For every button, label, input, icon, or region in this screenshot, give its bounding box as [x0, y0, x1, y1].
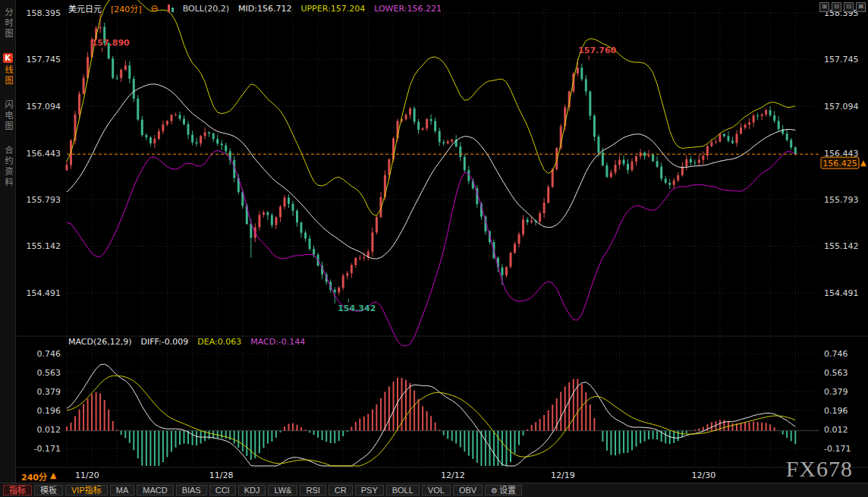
price-axis-label: 156.443: [27, 149, 61, 159]
boll-label: BOLL(20,2): [183, 4, 229, 14]
x-axis-label: 11/28: [209, 470, 234, 480]
macd-hist-value: MACD:-0.144: [250, 337, 305, 347]
grid-lines: [15, 9, 868, 467]
kline-badge: K: [3, 53, 13, 63]
sidebar-item-lightning-chart[interactable]: 闪电图: [2, 100, 14, 132]
chart-header: 美元日元 [240分] ⊖ BOLL(20,2) MID:156.712 UPP…: [68, 2, 442, 14]
boll-mid-line: [67, 84, 795, 259]
macd-title: MACD(26,12,9): [68, 337, 132, 347]
toolbar-button-templates[interactable]: 模板: [34, 485, 63, 495]
toolbar-button-psy[interactable]: PSY: [355, 485, 384, 495]
chart-canvas[interactable]: 158.395158.395157.745157.745157.094157.0…: [0, 0, 868, 497]
macd-axis-label: 0.196: [824, 406, 848, 416]
collapse-icon[interactable]: ⊖: [151, 3, 159, 14]
symbol-name: 美元日元: [68, 2, 102, 14]
toolbar-button-lwr[interactable]: LW&: [268, 485, 297, 495]
toolbar-button-cci[interactable]: CCI: [209, 485, 236, 495]
macd-histogram: [67, 378, 795, 466]
macd-axis-label: 0.563: [37, 368, 61, 378]
price-axis-label: 155.793: [27, 195, 61, 205]
toolbar-button-vol[interactable]: VOL: [422, 485, 451, 495]
price-axis-label: 157.745: [27, 55, 61, 64]
window-layout-icon-1[interactable]: ⊞: [819, 2, 829, 12]
macd-axis-label: 0.563: [824, 368, 848, 378]
price-axis-label: 157.094: [27, 102, 61, 112]
toolbar-button-settings[interactable]: ⚙设置: [485, 485, 522, 495]
sidebar-item-label: 分时图: [2, 8, 14, 39]
last-price-tag: 156.425: [821, 157, 866, 168]
toolbar-button-vip-indicators[interactable]: VIP指标: [65, 485, 108, 495]
gear-icon: ⚙: [491, 486, 498, 495]
price-annotation: 157.760: [578, 46, 616, 55]
axis-labels: 158.395158.395157.745157.745157.094157.0…: [27, 8, 859, 454]
window-layout-icons: ⊞⊟⊡⊠: [819, 2, 866, 12]
sidebar-item-label: 合约资料: [2, 146, 14, 188]
window-layout-icon-4[interactable]: ⊠: [856, 2, 866, 12]
toolbar-button-macd[interactable]: MACD: [137, 485, 173, 495]
sidebar-item-contract-info[interactable]: 合约资料: [2, 146, 14, 188]
period-up-arrow-icon: ▲: [50, 470, 56, 483]
toolbar-button-bias[interactable]: BIAS: [176, 485, 207, 495]
candlesticks[interactable]: [66, 14, 797, 304]
price-axis-label: 154.491: [27, 288, 61, 298]
macd-axis-label: 0.379: [824, 387, 848, 397]
bottom-period[interactable]: 240分 ▲: [21, 470, 56, 483]
period-label[interactable]: [240分]: [111, 2, 142, 14]
boll-lower-line: [67, 150, 795, 346]
window-layout-icon-2[interactable]: ⊟: [832, 2, 841, 12]
sidebar-item-kline-chart[interactable]: K线图: [2, 53, 14, 87]
macd-header: MACD(26,12,9) DIFF:-0.009 DEA:0.063 MACD…: [68, 337, 305, 347]
price-axis-label: 155.142: [824, 241, 859, 251]
bottom-period-label: 240分: [21, 470, 47, 483]
toolbar-button-indicators[interactable]: 指标: [3, 485, 32, 495]
macd-axis-label: -0.171: [34, 444, 61, 454]
x-axis-label: 12/19: [551, 470, 575, 480]
macd-axis-label: 0.746: [824, 349, 848, 359]
macd-axis-label: -0.171: [824, 444, 851, 454]
price-axis-label: 155.142: [27, 241, 61, 251]
price-axis-label: 157.745: [824, 55, 859, 64]
price-axis-label: 157.094: [824, 102, 859, 112]
toolbar-button-rsi[interactable]: RSI: [300, 485, 326, 495]
price-axis-label: 155.793: [824, 195, 859, 205]
macd-axis-label: 0.379: [37, 387, 61, 397]
window-layout-icon-3[interactable]: ⊡: [844, 2, 854, 12]
toolbar-button-obv[interactable]: OBV: [453, 485, 483, 495]
toolbar-button-boll[interactable]: BOLL: [386, 485, 420, 495]
boll-lower-value: LOWER:156.221: [374, 4, 442, 14]
x-axis-label: 11/20: [75, 470, 99, 480]
toolbar-button-cr[interactable]: CR: [329, 485, 353, 495]
svg-text:156.425: 156.425: [822, 159, 857, 168]
sidebar-item-time-chart[interactable]: 分时图: [2, 8, 14, 39]
price-axis-label: 158.395: [27, 8, 61, 18]
boll-icon: [168, 5, 174, 12]
sidebar-item-label: 线图: [2, 65, 14, 87]
boll-upper-value: UPPER:157.204: [300, 4, 365, 14]
price-axis-label: 154.491: [824, 288, 859, 298]
toolbar-button-kdj[interactable]: KDJ: [238, 485, 266, 495]
x-axis-label: 12/30: [691, 470, 715, 480]
price-axis-label: 156.443: [824, 149, 859, 159]
bottom-toolbar: 指标模板VIP指标MAMACDBIASCCIKDJLW&RSICRPSYBOLL…: [0, 483, 868, 497]
boll-mid-value: MID:156.712: [238, 4, 291, 14]
price-annotation: 154.342: [338, 304, 376, 313]
toolbar-button-ma[interactable]: MA: [110, 485, 135, 495]
sidebar-item-label: 闪电图: [2, 100, 14, 132]
x-axis-label: 12/12: [441, 470, 465, 480]
sidebar: 分时图K线图闪电图合约资料: [0, 0, 16, 483]
boll-upper-line: [67, 0, 795, 215]
price-marker-icon: [860, 160, 866, 166]
macd-axis-label: 0.012: [824, 425, 848, 435]
macd-dea-value: DEA:0.063: [197, 337, 241, 347]
macd-diff-line: [67, 364, 795, 466]
macd-axis-label: 0.746: [37, 349, 61, 359]
trading-app: 158.395158.395157.745157.745157.094157.0…: [0, 0, 868, 497]
macd-diff-value: DIFF:-0.009: [141, 337, 189, 347]
macd-axis-label: 0.196: [37, 406, 61, 416]
price-annotation: 157.890: [92, 38, 130, 48]
macd-axis-label: 0.012: [37, 425, 61, 435]
watermark: FX678: [786, 456, 853, 482]
